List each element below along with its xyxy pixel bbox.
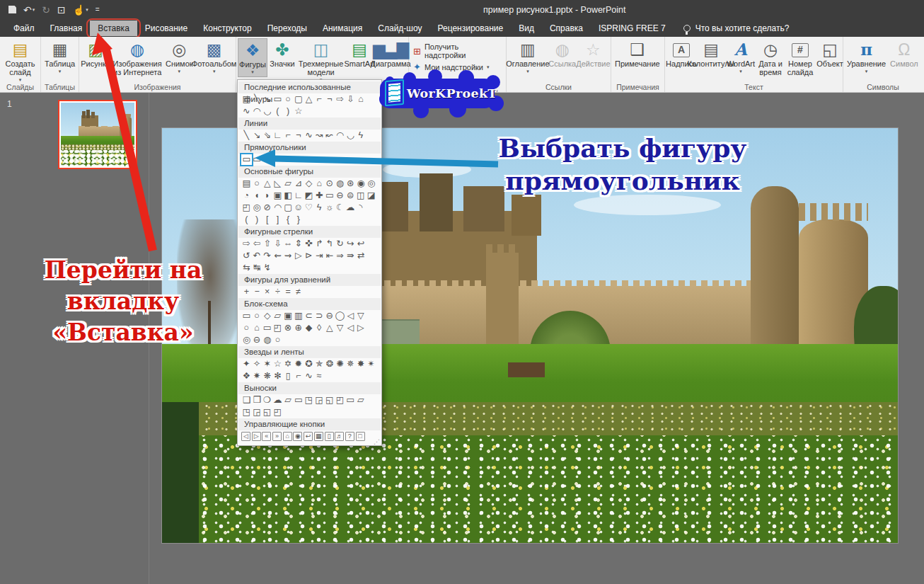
resize-grip[interactable]: ⋰ [374,438,380,445]
shape-glyph[interactable]: ◰ [272,323,283,333]
shape-glyph[interactable]: + [241,287,252,297]
shape-glyph[interactable]: ▭ [283,154,294,165]
shape-glyph[interactable]: ) [283,106,294,117]
shape-glyph[interactable]: ⇄ [356,251,366,261]
tab-draw[interactable]: Рисование [137,21,195,36]
shape-glyph[interactable]: ⌐ [293,371,304,382]
shape-glyph[interactable]: − [252,287,262,297]
shape-glyph[interactable]: ▭ [293,395,304,406]
tab-transitions[interactable]: Переходы [260,21,315,36]
shape-glyph[interactable]: ◍ [262,335,272,345]
photo-album-button[interactable]: ▩ Фотоальбом ▾ [194,38,234,76]
shape-glyph[interactable]: ⇘ [262,130,272,141]
shape-glyph[interactable]: ◁ [345,311,356,321]
shape-glyph[interactable]: ❍ [262,395,272,406]
shape-glyph[interactable]: ▷ [356,323,366,333]
shape-glyph[interactable]: ▽ [335,323,345,333]
shape-glyph[interactable]: ↘ [262,94,272,105]
shape-glyph[interactable]: ○ [252,178,262,189]
shape-glyph[interactable]: ✦ [241,359,252,370]
shape-glyph[interactable]: ▭ [293,154,304,165]
tab-insert[interactable]: Вставка [90,21,137,36]
shape-glyph[interactable]: ⇝ [283,251,294,261]
shape-glyph[interactable]: ▭ [262,323,272,333]
touch-mode-caret-icon[interactable]: ▾ [86,5,88,15]
shape-glyph[interactable]: ▯ [325,432,334,441]
shape-glyph[interactable]: ◎ [241,335,252,345]
shape-glyph[interactable]: ¬ [325,94,335,105]
shape-glyph[interactable]: ▭ [345,395,356,406]
shape-glyph[interactable]: [ [262,214,272,225]
shape-glyph[interactable]: ¬ [293,130,304,141]
shape-glyph[interactable]: ⊖ [325,311,335,321]
shape-glyph[interactable]: ▭ [241,154,252,165]
shape-glyph[interactable]: ☺ [293,202,304,213]
shape-glyph[interactable]: ∟ [293,190,304,201]
shape-glyph[interactable]: { [283,214,294,225]
shape-glyph[interactable]: ◇ [304,178,314,189]
shape-glyph[interactable]: ϟ [314,202,325,213]
tab-view[interactable]: Вид [511,21,542,36]
shape-glyph[interactable]: ↝ [314,130,325,141]
shape-glyph[interactable]: ◳ [304,395,314,406]
shape-glyph[interactable]: ▭ [304,154,314,165]
shape-glyph[interactable]: ⊙ [325,178,335,189]
toc-button[interactable]: ▥ Оглавление ▾ [508,38,548,76]
3d-models-button[interactable]: ◫ Трехмерные модели ▾ [297,38,345,84]
shape-glyph[interactable]: △ [262,178,272,189]
shape-glyph[interactable]: ÷ [272,287,283,297]
shape-glyph[interactable]: ⊿ [293,178,304,189]
shape-glyph[interactable]: ▱ [356,395,366,406]
shape-glyph[interactable]: ☆ [272,359,283,370]
shape-glyph[interactable]: ❒ [252,395,262,406]
shape-glyph[interactable]: ∟ [272,130,283,141]
shape-glyph[interactable]: ♬ [335,432,344,441]
shape-glyph[interactable]: ❋ [262,371,272,382]
shape-glyph[interactable]: ) [252,214,262,225]
shape-glyph[interactable]: ◰ [335,395,345,406]
shape-glyph[interactable]: = [283,287,294,297]
shape-glyph[interactable]: ◱ [325,395,335,406]
shapes-button[interactable]: ❖ Фигуры ▾ [238,38,267,77]
shape-glyph[interactable]: ? [345,432,354,441]
shape-glyph[interactable]: ▭ [262,154,272,165]
shape-glyph[interactable]: ↜ [325,130,335,141]
shape-glyph[interactable]: ⇒ [335,251,345,261]
shape-glyph[interactable]: ☆ [293,106,304,117]
shape-glyph[interactable]: ⊛ [345,178,356,189]
shape-glyph[interactable]: ⇔ [283,239,294,249]
shape-glyph[interactable]: ◁ [345,323,356,333]
shape-glyph[interactable]: « [262,432,271,441]
shape-glyph[interactable]: ◁ [241,432,250,441]
shape-glyph[interactable]: ✡ [283,359,294,370]
shape-glyph[interactable]: ↺ [241,251,252,261]
shape-glyph[interactable]: □ [356,432,365,441]
shape-glyph[interactable]: ▱ [272,311,283,321]
shape-glyph[interactable]: ✸ [356,359,366,370]
shape-glyph[interactable]: ∿ [304,130,314,141]
shape-glyph[interactable]: ◇ [262,311,272,321]
shape-glyph[interactable]: ✚ [314,190,325,201]
screenshot-button[interactable]: ◎ Снимок ▾ [164,38,194,76]
shape-glyph[interactable]: ▤ [241,94,252,105]
shape-glyph[interactable]: ○ [272,335,283,345]
shape-glyph[interactable]: ✴ [366,359,376,370]
shape-glyph[interactable]: ⊖ [335,190,345,201]
shape-glyph[interactable]: ❑ [241,395,252,406]
shape-glyph[interactable]: ↪ [345,239,356,249]
shape-glyph[interactable]: ⇧ [262,239,272,249]
shape-glyph[interactable]: ⊳ [304,251,314,261]
shape-glyph[interactable]: ⇨ [335,94,345,105]
shape-glyph[interactable]: » [272,432,282,441]
shape-glyph[interactable]: ◖ [252,190,262,201]
chart-button[interactable]: ▆▃▇ Диаграмма [374,38,407,69]
shape-glyph[interactable]: ⌂ [252,323,262,333]
shape-glyph[interactable]: ✶ [262,359,272,370]
shape-glyph[interactable]: ↰ [325,239,335,249]
shape-glyph[interactable]: ○ [252,311,262,321]
shape-glyph[interactable]: ❖ [241,371,252,382]
shape-glyph[interactable]: ◪ [366,190,376,201]
shape-glyph[interactable]: ▯ [283,371,294,382]
shape-glyph[interactable]: ◲ [252,407,262,418]
shape-glyph[interactable]: ☼ [325,202,335,213]
